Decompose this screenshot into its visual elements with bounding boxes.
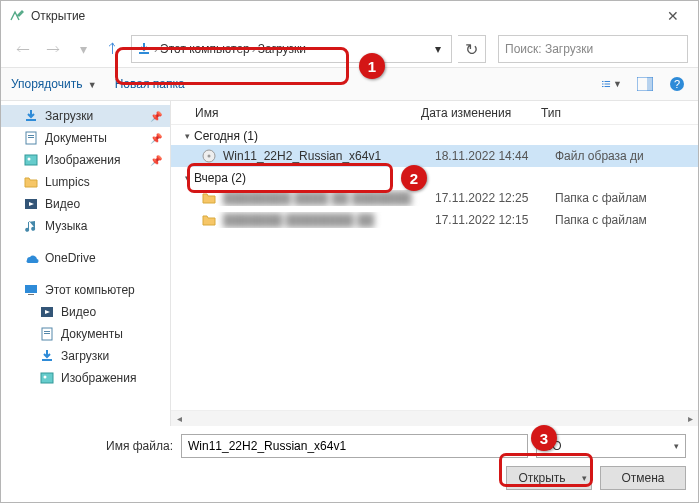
svg-rect-24 (41, 373, 53, 383)
back-button[interactable]: 🡐 (11, 37, 35, 61)
cancel-button[interactable]: Отмена (600, 466, 686, 490)
svg-rect-4 (602, 86, 604, 87)
sidebar-item-label: Видео (45, 197, 80, 211)
sidebar-item-label: Этот компьютер (45, 283, 135, 297)
sidebar-item-label: OneDrive (45, 251, 96, 265)
sidebar-item-onedrive[interactable]: OneDrive (1, 247, 170, 269)
sidebar-item-img[interactable]: Изображения📌 (1, 149, 170, 171)
svg-rect-7 (647, 77, 653, 91)
annotation-number-1: 1 (359, 53, 385, 79)
file-name: Win11_22H2_Russian_x64v1 (223, 149, 381, 163)
content-area: Загрузки📌Документы📌Изображения📌LumpicsВи… (1, 101, 698, 426)
chevron-down-icon: ▾ (185, 131, 190, 141)
sidebar-item-label: Загрузки (45, 109, 93, 123)
column-date[interactable]: Дата изменения (421, 106, 541, 120)
pin-icon: 📌 (150, 111, 162, 122)
search-placeholder: Поиск: Загрузки (505, 42, 593, 56)
svg-rect-12 (28, 137, 34, 138)
column-type[interactable]: Тип (541, 106, 698, 120)
view-mode-button[interactable]: ▼ (602, 73, 624, 95)
svg-rect-23 (44, 333, 50, 334)
sidebar-item-label: Документы (61, 327, 123, 341)
close-button[interactable]: ✕ (656, 8, 690, 24)
nav-row: 🡐 🡒 ▾ 🡑 › Этот компьютер › Загрузки ▾ ↻ … (1, 31, 698, 67)
file-type: Папка с файлам (555, 191, 698, 205)
sidebar-item-label: Lumpics (45, 175, 90, 189)
sidebar-item-music[interactable]: Музыка (1, 215, 170, 237)
app-icon (9, 8, 25, 24)
svg-point-27 (208, 155, 211, 158)
svg-rect-13 (25, 155, 37, 165)
annotation-number-3: 3 (531, 425, 557, 451)
file-type: Файл образа ди (555, 149, 698, 163)
recent-dropdown[interactable]: ▾ (71, 37, 95, 61)
breadcrumb-dropdown[interactable]: ▾ (429, 42, 447, 56)
filename-label: Имя файла: (13, 439, 173, 453)
pin-icon: 📌 (150, 133, 162, 144)
sidebar-item-doc[interactable]: Документы (1, 323, 170, 345)
sidebar-item-label: Изображения (45, 153, 120, 167)
sidebar-item-video[interactable]: Видео (1, 193, 170, 215)
scroll-left-button[interactable]: ◂ (171, 411, 187, 426)
file-pane: Имя Дата изменения Тип ▾ Сегодня (1)Win1… (171, 101, 698, 426)
organize-button[interactable]: Упорядочить ▼ (11, 77, 99, 91)
svg-point-25 (44, 376, 47, 379)
sidebar-item-doc[interactable]: Документы📌 (1, 127, 170, 149)
sidebar-item-thispc[interactable]: Этот компьютер (1, 279, 170, 301)
column-name[interactable]: Имя (171, 106, 421, 120)
file-date: 18.11.2022 14:44 (435, 149, 555, 163)
file-date: 17.11.2022 12:25 (435, 191, 555, 205)
sidebar-item-img[interactable]: Изображения (1, 367, 170, 389)
bottom-bar: Имя файла: ISO ▾ Открыть Отмена (1, 426, 698, 502)
sidebar-item-label: Документы (45, 131, 107, 145)
file-row[interactable]: ███████ ████████ ██17.11.2022 12:15Папка… (171, 209, 698, 231)
file-type: Папка с файлам (555, 213, 698, 227)
window-title: Открытие (31, 9, 85, 23)
file-date: 17.11.2022 12:15 (435, 213, 555, 227)
svg-point-14 (28, 158, 31, 161)
filename-input[interactable] (181, 434, 528, 458)
svg-rect-1 (605, 81, 611, 82)
annotation-box-3 (499, 453, 593, 487)
svg-rect-11 (28, 135, 34, 136)
sidebar-item-video[interactable]: Видео (1, 301, 170, 323)
svg-rect-18 (28, 294, 34, 295)
svg-text:?: ? (674, 78, 680, 90)
chevron-down-icon: ▾ (672, 441, 681, 451)
annotation-box-2 (187, 163, 393, 193)
h-scrollbar[interactable]: ◂ ▸ (171, 410, 698, 426)
list-header: Имя Дата изменения Тип (171, 101, 698, 125)
pin-icon: 📌 (150, 155, 162, 166)
svg-rect-3 (605, 83, 611, 84)
titlebar: Открытие ✕ (1, 1, 698, 31)
sidebar-item-download[interactable]: Загрузки📌 (1, 105, 170, 127)
search-input[interactable]: Поиск: Загрузки (498, 35, 688, 63)
help-button[interactable]: ? (666, 73, 688, 95)
scroll-track[interactable] (187, 411, 682, 426)
annotation-number-2: 2 (401, 165, 427, 191)
open-dialog: Открытие ✕ 🡐 🡒 ▾ 🡑 › Этот компьютер › За… (0, 0, 699, 503)
file-group-header[interactable]: ▾ Сегодня (1) (171, 125, 698, 145)
file-name: ████████ ████ ██ ███████ (223, 191, 412, 205)
sidebar-item-label: Загрузки (61, 349, 109, 363)
svg-rect-0 (602, 81, 604, 82)
sidebar-item-label: Изображения (61, 371, 136, 385)
annotation-box-1 (115, 47, 349, 85)
sidebar-item-label: Видео (61, 305, 96, 319)
svg-rect-5 (605, 86, 611, 87)
scroll-right-button[interactable]: ▸ (682, 411, 698, 426)
svg-rect-22 (44, 331, 50, 332)
file-name: ███████ ████████ ██ (223, 213, 374, 227)
refresh-button[interactable]: ↻ (458, 35, 486, 63)
forward-button[interactable]: 🡒 (41, 37, 65, 61)
preview-pane-button[interactable] (634, 73, 656, 95)
sidebar-item-download[interactable]: Загрузки (1, 345, 170, 367)
sidebar-item-folder[interactable]: Lumpics (1, 171, 170, 193)
svg-rect-2 (602, 83, 604, 84)
sidebar: Загрузки📌Документы📌Изображения📌LumpicsВи… (1, 101, 171, 426)
toolbar: Упорядочить ▼ Новая папка ▼ ? (1, 67, 698, 101)
svg-rect-17 (25, 285, 37, 293)
sidebar-item-label: Музыка (45, 219, 87, 233)
